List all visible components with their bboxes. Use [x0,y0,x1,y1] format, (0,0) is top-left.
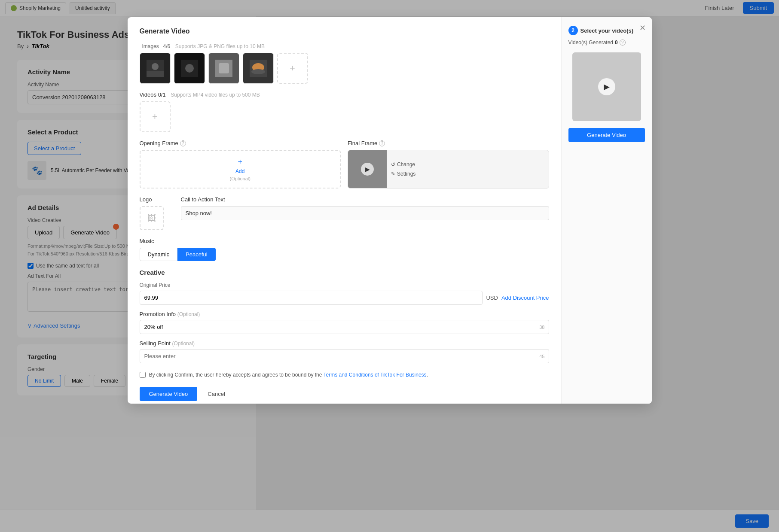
modal-cancel-button[interactable]: Cancel [202,387,231,401]
final-frame-box: Final Frame ? ▶ ↺ Change [348,140,549,188]
music-section: Music Dynamic Peaceful [140,238,549,261]
image-thumb-1 [140,53,171,84]
music-dynamic-button[interactable]: Dynamic [140,248,178,261]
music-label: Music [140,238,549,244]
step-circle: 2 [568,26,578,35]
final-frame-settings-button[interactable]: ✎ Settings [391,171,544,177]
modal-left-content: Generate Video Images 4/6 Supports JPG &… [128,17,562,404]
image-add-button[interactable]: + [277,53,308,84]
promo-input[interactable] [140,320,549,334]
music-peaceful-button[interactable]: Peaceful [177,248,216,261]
final-frame-actions: ↺ Change ✎ Settings [387,150,549,188]
svg-point-1 [152,63,159,70]
image-thumb-4 [243,53,274,84]
opening-frame-add-text: Add [235,168,244,174]
videos-generated-info-icon[interactable]: ? [620,40,626,46]
final-frame-preview-box: ▶ ↺ Change ✎ Settings [348,150,549,188]
modal-overlay: ✕ Generate Video Images 4/6 Supports JPG… [0,0,779,532]
videos-label: Videos 0/1 Supports MP4 video files up t… [140,91,549,98]
videos-section: Videos 0/1 Supports MP4 video files up t… [140,91,549,132]
cta-label: Call to Action Text [181,196,549,203]
terms-checkbox[interactable] [140,372,146,378]
step-title: Select your video(s) [580,27,634,34]
modal-close-button[interactable]: ✕ [639,23,646,33]
videos-generated-count: 0 [615,40,618,46]
terms-text: By clicking Confirm, the user hereby acc… [149,371,428,379]
selling-input-wrap: 45 [140,349,549,363]
modal-right-panel: 2 Select your video(s) Video(s) Generate… [562,17,652,404]
logo-cta-row: Logo 🖼 Call to Action Text [140,196,549,230]
cta-input[interactable] [181,206,549,220]
price-row: USD Add Discount Price [140,291,549,305]
svg-rect-2 [147,71,164,77]
images-grid: + [140,53,549,84]
logo-box: Logo 🖼 [140,196,174,230]
svg-point-4 [185,64,194,73]
price-input[interactable] [140,291,483,305]
right-panel-generate-button[interactable]: Generate Video [568,128,645,142]
final-frame-info-icon[interactable]: ? [379,140,385,146]
final-frame-video-preview: ▶ [348,150,387,188]
opening-frame-box: Opening Frame ? + Add (Optional) [140,140,341,188]
settings-icon: ✎ [391,171,395,177]
video-preview-play-icon[interactable]: ▶ [598,78,615,95]
modal-bottom-actions: Generate Video Cancel [140,387,549,401]
music-options: Dynamic Peaceful [140,248,549,261]
videos-hint: Supports MP4 video files up to 500 MB [171,92,260,98]
selling-row: Selling Point (Optional) 45 [140,340,549,363]
svg-rect-6 [219,63,229,73]
image-thumb-3 [208,53,239,84]
creative-section: Creative Original Price USD Add Discount… [140,269,549,363]
modal-generate-video-button[interactable]: Generate Video [140,387,198,401]
opening-frame-label: Opening Frame ? [140,140,341,146]
logo-label: Logo [140,196,174,203]
videos-generated-row: Video(s) Generated 0 ? [568,40,626,46]
promo-label: Promotion Info (Optional) [140,311,549,317]
video-add-button[interactable]: + [140,101,171,132]
terms-link[interactable]: Terms and Conditions of TikTok For Busin… [324,372,427,378]
video-preview-area: ▶ [572,52,641,121]
promo-counter: 38 [539,325,544,330]
currency-label: USD [486,295,498,301]
images-label: Images 4/6 Supports JPG & PNG files up t… [140,43,549,49]
opening-frame-add-button[interactable]: + Add (Optional) [140,150,341,188]
svg-point-9 [251,69,265,74]
promo-input-wrap: 38 [140,320,549,334]
promo-row: Promotion Info (Optional) 38 [140,311,549,334]
modal-title: Generate Video [140,27,549,35]
images-section: Images 4/6 Supports JPG & PNG files up t… [140,43,549,84]
final-frame-label: Final Frame ? [348,140,549,146]
videos-generated-label: Video(s) Generated [568,40,614,46]
original-price-label: Original Price [140,282,549,288]
selling-label: Selling Point (Optional) [140,340,549,347]
image-thumb-2 [174,53,205,84]
selling-input[interactable] [140,349,549,363]
terms-row: By clicking Confirm, the user hereby acc… [140,371,549,379]
generate-video-modal: ✕ Generate Video Images 4/6 Supports JPG… [128,17,652,404]
cta-box: Call to Action Text [181,196,549,230]
final-frame-play-icon[interactable]: ▶ [361,163,374,176]
logo-add-button[interactable]: 🖼 [140,206,164,230]
add-discount-link[interactable]: Add Discount Price [501,295,549,301]
change-icon: ↺ [391,161,395,167]
step-indicator: 2 Select your video(s) [568,26,634,35]
images-hint: Supports JPG & PNG files up to 10 MB [175,43,265,49]
selling-counter: 45 [539,354,544,359]
final-frame-change-button[interactable]: ↺ Change [391,161,544,167]
creative-label: Creative [140,269,549,276]
image-icon: 🖼 [147,213,156,223]
opening-frame-optional: (Optional) [230,176,251,181]
frames-row: Opening Frame ? + Add (Optional) Final F… [140,140,549,188]
opening-frame-info-icon[interactable]: ? [180,140,186,146]
